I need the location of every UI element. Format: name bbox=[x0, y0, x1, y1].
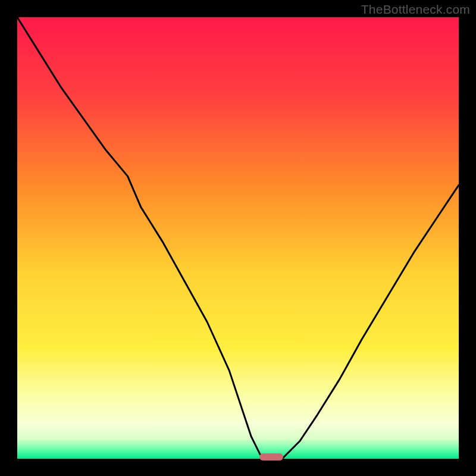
watermark-text: TheBottleneck.com bbox=[361, 2, 470, 17]
svg-rect-0 bbox=[17, 17, 459, 459]
chart-root: TheBottleneck.com bbox=[0, 0, 476, 476]
plot-frame bbox=[17, 17, 459, 459]
minimum-marker bbox=[259, 453, 283, 461]
gradient-background bbox=[17, 17, 459, 459]
